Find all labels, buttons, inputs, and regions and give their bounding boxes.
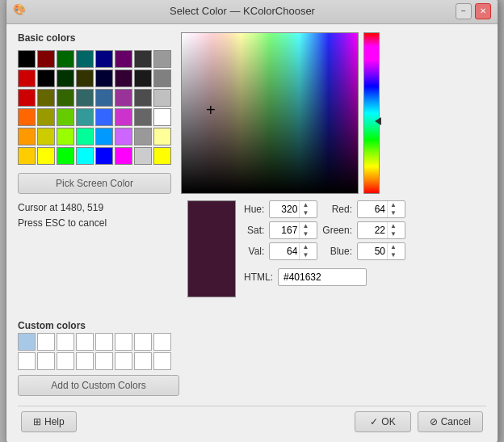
window-title: Select Color — KColorChooser — [29, 5, 456, 17]
blue-down[interactable]: ▼ — [388, 251, 399, 259]
green-down[interactable]: ▼ — [388, 230, 399, 238]
basic-color-swatch[interactable] — [76, 147, 94, 165]
custom-color-swatch[interactable] — [134, 352, 152, 370]
basic-color-swatch[interactable] — [115, 50, 132, 68]
basic-color-swatch[interactable] — [115, 108, 132, 126]
custom-color-swatch[interactable] — [76, 352, 94, 370]
basic-color-swatch[interactable] — [37, 128, 55, 145]
close-button[interactable]: ✕ — [475, 3, 491, 19]
basic-color-swatch[interactable] — [18, 128, 36, 145]
basic-color-swatch[interactable] — [18, 147, 36, 165]
custom-color-swatch[interactable] — [18, 333, 36, 351]
minimize-button[interactable]: − — [456, 3, 472, 19]
basic-color-swatch[interactable] — [37, 69, 55, 87]
custom-color-swatch[interactable] — [95, 352, 113, 370]
sat-input[interactable] — [270, 225, 299, 236]
hue-strip[interactable] — [363, 32, 380, 194]
basic-color-swatch[interactable] — [18, 50, 36, 68]
basic-color-swatch[interactable] — [95, 147, 113, 165]
custom-color-swatch[interactable] — [37, 352, 55, 370]
ok-button[interactable]: ✓ OK — [355, 411, 410, 432]
custom-color-swatch[interactable] — [57, 333, 74, 351]
red-up[interactable]: ▲ — [388, 201, 399, 209]
basic-color-swatch[interactable] — [37, 50, 55, 68]
basic-color-swatch[interactable] — [153, 50, 171, 68]
basic-color-swatch[interactable] — [37, 147, 55, 165]
custom-color-swatch[interactable] — [76, 333, 94, 351]
basic-color-swatch[interactable] — [115, 89, 132, 107]
basic-color-swatch[interactable] — [134, 69, 152, 87]
basic-color-swatch[interactable] — [115, 147, 132, 165]
blue-up[interactable]: ▲ — [388, 243, 399, 251]
basic-color-swatch[interactable] — [115, 69, 132, 87]
basic-color-swatch[interactable] — [76, 50, 94, 68]
add-to-custom-colors-button[interactable]: Add to Custom Colors — [18, 375, 179, 396]
custom-color-swatch[interactable] — [18, 352, 36, 370]
pick-screen-color-button[interactable]: Pick Screen Color — [18, 173, 171, 194]
basic-color-swatch[interactable] — [95, 50, 113, 68]
custom-color-swatch[interactable] — [134, 333, 152, 351]
basic-color-swatch[interactable] — [153, 89, 171, 107]
custom-color-swatch[interactable] — [115, 352, 132, 370]
basic-color-swatch[interactable] — [76, 69, 94, 87]
green-input[interactable] — [358, 225, 387, 236]
help-label: Help — [44, 416, 65, 427]
hue-up[interactable]: ▲ — [300, 201, 311, 209]
basic-color-swatch[interactable] — [153, 147, 171, 165]
cancel-button[interactable]: ⊘ Cancel — [418, 411, 483, 432]
top-section: Basic colors Pick Screen Color + — [18, 32, 486, 194]
val-down[interactable]: ▼ — [300, 251, 311, 259]
basic-color-swatch[interactable] — [57, 50, 74, 68]
basic-color-swatch[interactable] — [95, 69, 113, 87]
hue-down[interactable]: ▼ — [300, 209, 311, 217]
basic-color-swatch[interactable] — [76, 108, 94, 126]
basic-color-swatch[interactable] — [153, 69, 171, 87]
basic-color-swatch[interactable] — [95, 108, 113, 126]
custom-colors-label: Custom colors — [18, 320, 179, 331]
basic-color-swatch[interactable] — [153, 108, 171, 126]
basic-color-swatch[interactable] — [76, 89, 94, 107]
red-down[interactable]: ▼ — [388, 209, 399, 217]
basic-color-swatch[interactable] — [134, 50, 152, 68]
basic-color-swatch[interactable] — [76, 128, 94, 145]
color-gradient-picker[interactable]: + — [181, 32, 359, 194]
basic-color-swatch[interactable] — [18, 89, 36, 107]
custom-color-swatch[interactable] — [57, 352, 74, 370]
basic-color-swatch[interactable] — [57, 89, 74, 107]
basic-color-swatch[interactable] — [95, 128, 113, 145]
basic-color-swatch[interactable] — [115, 128, 132, 145]
red-input[interactable] — [358, 204, 387, 215]
hue-input[interactable] — [270, 204, 299, 215]
basic-color-swatch[interactable] — [57, 69, 74, 87]
basic-color-grid — [18, 50, 171, 165]
basic-color-swatch[interactable] — [37, 108, 55, 126]
preview-and-values: Hue: ▲ ▼ Red: — [187, 200, 405, 297]
sat-up[interactable]: ▲ — [300, 222, 311, 230]
html-input[interactable] — [278, 268, 367, 286]
val-input-wrap: ▲ ▼ — [269, 242, 317, 260]
custom-color-swatch[interactable] — [153, 333, 171, 351]
custom-color-swatch[interactable] — [115, 333, 132, 351]
basic-color-swatch[interactable] — [134, 128, 152, 145]
custom-color-swatch[interactable] — [153, 352, 171, 370]
basic-color-swatch[interactable] — [18, 108, 36, 126]
basic-color-swatch[interactable] — [18, 69, 36, 87]
basic-color-swatch[interactable] — [57, 147, 74, 165]
val-input[interactable] — [270, 246, 299, 257]
basic-color-swatch[interactable] — [57, 108, 74, 126]
custom-color-swatch[interactable] — [37, 333, 55, 351]
green-up[interactable]: ▲ — [388, 222, 399, 230]
basic-color-swatch[interactable] — [134, 89, 152, 107]
color-values-grid: Hue: ▲ ▼ Red: — [244, 200, 405, 260]
sat-down[interactable]: ▼ — [300, 230, 311, 238]
custom-color-swatch[interactable] — [95, 333, 113, 351]
val-up[interactable]: ▲ — [300, 243, 311, 251]
basic-color-swatch[interactable] — [37, 89, 55, 107]
basic-color-swatch[interactable] — [134, 108, 152, 126]
blue-input[interactable] — [358, 246, 387, 257]
basic-color-swatch[interactable] — [95, 89, 113, 107]
basic-color-swatch[interactable] — [57, 128, 74, 145]
basic-color-swatch[interactable] — [134, 147, 152, 165]
help-button[interactable]: ⊞ Help — [21, 411, 77, 432]
basic-color-swatch[interactable] — [153, 128, 171, 145]
